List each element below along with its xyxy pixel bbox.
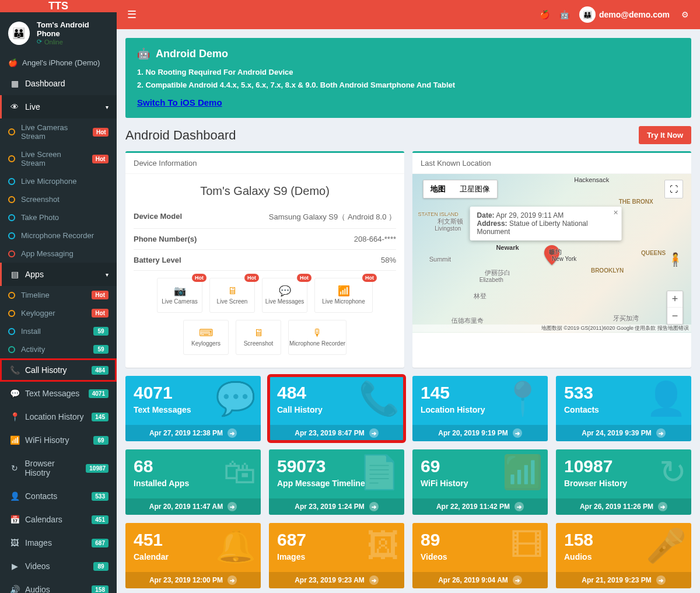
stat-card[interactable]: 68Installed Apps🛍Apr 20, 2019 11:47 AM➔	[125, 449, 261, 515]
label: Take Photo	[21, 213, 59, 222]
sidebar-item[interactable]: ↻Browser Hisotry10987	[0, 452, 117, 484]
dot-icon	[8, 346, 15, 353]
sidebar-item[interactable]: 🔊Audios158	[0, 578, 117, 593]
chevron-down-icon: ▾	[106, 271, 108, 278]
map[interactable]: 地图 卫星图像 ⛶ × Date: Apr 29, 2019 9:11 AM A…	[412, 174, 691, 333]
switch-demo-link[interactable]: Switch To iOS Demo	[137, 97, 222, 107]
item-icon: ↻	[10, 463, 19, 473]
stat-timestamp: Apr 23, 2019 9:23 AM	[295, 576, 365, 584]
dot-icon	[8, 310, 15, 317]
stat-card[interactable]: 59073App Message Timeline📄Apr 23, 2019 1…	[269, 449, 404, 515]
item-label: WiFi Hisotry	[25, 435, 69, 445]
info-key: Device Model	[134, 212, 182, 222]
stat-footer[interactable]: Apr 23, 2019 1:24 PM➔	[269, 498, 404, 515]
sidebar-subitem[interactable]: Take Photo	[0, 208, 117, 226]
quick-action[interactable]: 🎙Microphone Recorder	[288, 320, 346, 355]
stat-timestamp: Apr 26, 2019 11:26 PM	[580, 503, 653, 511]
item-icon: 📶	[10, 435, 19, 445]
map-type-satellite[interactable]: 卫星图像	[453, 180, 497, 198]
sidebar-subitem[interactable]: Microphone Recorder	[0, 226, 117, 245]
quick-action[interactable]: Hot📷Live Cameras	[157, 278, 202, 313]
stat-footer[interactable]: Apr 23, 2019 12:00 PM➔	[125, 572, 261, 588]
zoom-in-button[interactable]: +	[667, 291, 682, 308]
map-label: BROOKLYN	[591, 267, 624, 274]
sidebar-item[interactable]: 📶WiFi Hisotry69	[0, 428, 117, 452]
sidebar-subitem[interactable]: Screenshot	[0, 190, 117, 208]
stat-footer[interactable]: Apr 22, 2019 11:42 PM➔	[412, 498, 548, 515]
user-menu[interactable]: 👪 demo@demo.com	[579, 6, 670, 23]
close-icon[interactable]: ×	[613, 208, 618, 217]
sidebar-subitem[interactable]: App Messaging	[0, 245, 117, 263]
stat-card[interactable]: 4071Text Messages💬Apr 27, 2019 12:38 PM➔	[125, 376, 261, 441]
sidebar-subitem[interactable]: Live Microphone	[0, 172, 117, 190]
stat-bg-icon: 🔔	[215, 526, 256, 565]
stat-footer[interactable]: Apr 20, 2019 9:19 PM➔	[412, 425, 548, 441]
sidebar-section-apps[interactable]: ▤ Apps ▾	[0, 263, 117, 286]
sidebar-item[interactable]: ▶Videos89	[0, 554, 117, 578]
map-type-switch[interactable]: 地图 卫星图像	[423, 180, 498, 198]
sidebar-subitem[interactable]: Live Cameras StreamHot	[0, 118, 117, 145]
hamburger-icon[interactable]: ☰	[127, 8, 136, 21]
stat-card[interactable]: 484Call History📞Apr 23, 2019 8:47 PM➔	[269, 376, 404, 441]
badge: Hot	[92, 309, 108, 318]
stat-footer[interactable]: Apr 23, 2019 9:23 AM➔	[269, 572, 404, 588]
sidebar-subitem[interactable]: Live Screen StreamHot	[0, 145, 117, 172]
map-type-map[interactable]: 地图	[424, 180, 453, 198]
sidebar-item[interactable]: 📍Location History145	[0, 405, 117, 428]
android-icon[interactable]: 🤖	[559, 10, 569, 19]
dot-icon	[8, 250, 15, 257]
sidebar-item[interactable]: 📅Calendars451	[0, 508, 117, 531]
stat-card[interactable]: 533Contacts👤Apr 24, 2019 9:39 PM➔	[556, 376, 691, 441]
map-label: 伍德布里奇	[452, 316, 484, 325]
apple-icon[interactable]: 🍎	[540, 10, 549, 19]
stat-footer[interactable]: Apr 26, 2019 9:04 AM➔	[412, 572, 548, 588]
logo[interactable]: TTS	[0, 0, 117, 12]
sidebar-subitem[interactable]: Activity59	[0, 340, 117, 358]
sidebar-item[interactable]: 🖼Images687	[0, 531, 117, 554]
arrow-icon: ➔	[369, 575, 379, 585]
quick-action[interactable]: Hot📶Live Microphone	[314, 278, 373, 313]
sidebar-item[interactable]: 💬Text Messages4071	[0, 382, 117, 405]
badge: 59	[93, 327, 108, 336]
quick-action[interactable]: Hot💬Live Messages	[262, 278, 307, 313]
popup-addr-label: Address:	[477, 219, 508, 228]
stat-footer[interactable]: Apr 27, 2019 12:38 PM➔	[125, 425, 261, 441]
try-it-button[interactable]: Try It Now	[639, 126, 691, 144]
stat-footer[interactable]: Apr 21, 2019 9:23 PM➔	[556, 572, 691, 588]
panel-device-info: Device Information Tom's Galaxy S9 (Demo…	[125, 151, 404, 368]
badge: 89	[93, 562, 108, 571]
quick-label: Keyloggers	[191, 340, 220, 347]
quick-action[interactable]: Hot🖥Live Screen	[209, 278, 255, 313]
zoom-out-button[interactable]: −	[667, 308, 682, 324]
sidebar-item-call-history[interactable]: 📞 Call Hisotry 484	[0, 358, 117, 382]
stat-footer[interactable]: Apr 20, 2019 11:47 AM➔	[125, 498, 261, 515]
settings-icon[interactable]: ⚙	[680, 10, 690, 19]
sidebar-subitem[interactable]: KeyloggerHot	[0, 304, 117, 322]
quick-action[interactable]: ⌨Keyloggers	[183, 320, 229, 355]
sidebar-item-dashboard[interactable]: ▦ Dashboard	[0, 72, 117, 95]
stat-card[interactable]: 69WiFi History📶Apr 22, 2019 11:42 PM➔	[412, 449, 548, 515]
stat-footer[interactable]: Apr 26, 2019 11:26 PM➔	[556, 498, 691, 515]
stat-footer[interactable]: Apr 23, 2019 8:47 PM➔	[269, 425, 404, 441]
stat-card[interactable]: 145Location History📍Apr 20, 2019 9:19 PM…	[412, 376, 548, 441]
pegman-icon[interactable]: 🧍	[667, 252, 683, 267]
quick-action[interactable]: 🖥Screenshot	[236, 320, 281, 355]
sidebar-item[interactable]: 👤Contacts533	[0, 484, 117, 508]
item-label: Browser Hisotry	[24, 459, 80, 477]
stat-card[interactable]: 89Videos🎞Apr 26, 2019 9:04 AM➔	[412, 523, 548, 588]
stat-card[interactable]: 451Calendar🔔Apr 23, 2019 12:00 PM➔	[125, 523, 261, 588]
sidebar-subitem[interactable]: TimelineHot	[0, 286, 117, 304]
sidebar-subitem[interactable]: Install59	[0, 322, 117, 340]
map-label: 纽约	[549, 247, 562, 256]
stat-card[interactable]: 687Images🖼Apr 23, 2019 9:23 AM➔	[269, 523, 404, 588]
label: Install	[21, 327, 41, 336]
stat-footer[interactable]: Apr 24, 2019 9:39 PM➔	[556, 425, 691, 441]
sidebar: TTS 👪 Tom's Android Phone Online 🍎 Angel…	[0, 0, 117, 593]
item-icon: 🖼	[10, 538, 19, 547]
stat-card[interactable]: 158Audios🎤Apr 21, 2019 9:23 PM➔	[556, 523, 691, 588]
fullscreen-icon[interactable]: ⛶	[664, 180, 683, 198]
banner-line1: 1. No Rooting Required For Android Devic…	[137, 66, 680, 79]
sidebar-section-live[interactable]: 👁 Live ▾	[0, 95, 117, 118]
sidebar-item-iphone-demo[interactable]: 🍎 Angel's iPhone (Demo)	[0, 54, 117, 72]
stat-card[interactable]: 10987Browser History↻Apr 26, 2019 11:26 …	[556, 449, 691, 515]
